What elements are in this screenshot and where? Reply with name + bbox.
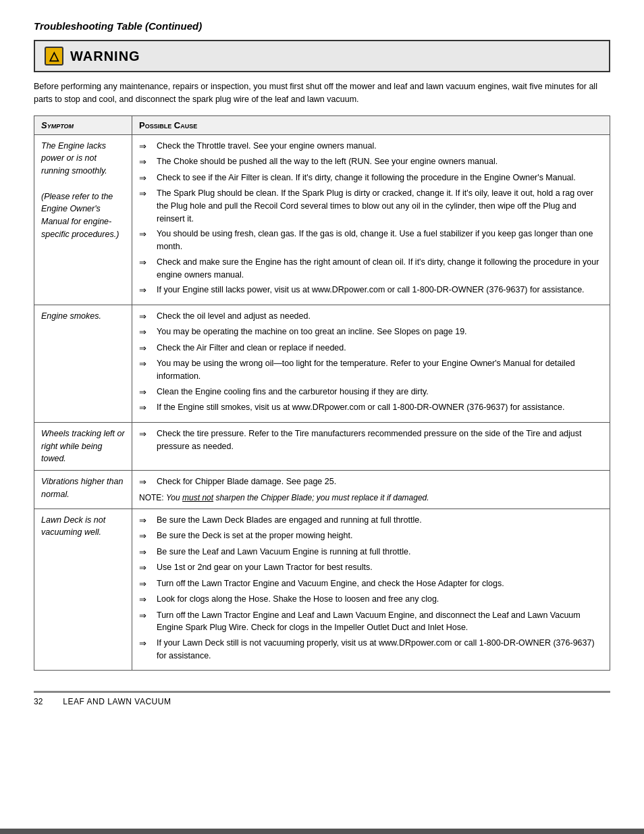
table-row: The Engine lacks power or is not running…: [34, 134, 610, 305]
symptom-vibrations: Vibrations higher than normal.: [34, 471, 132, 509]
symptom-lawn-deck: Lawn Deck is not vacuuming well.: [34, 509, 132, 670]
symptom-engine-power: The Engine lacks power or is not running…: [34, 134, 132, 305]
warning-icon: △: [45, 47, 63, 66]
footer: 32 LEAF and LAWN VACUUM: [34, 691, 610, 706]
causes-engine-smokes: ⇒Check the oil level and adjust as neede…: [132, 305, 610, 422]
causes-vibrations: ⇒Check for Chipper Blade damage. See pag…: [132, 471, 610, 509]
warning-text: Before performing any maintenance, repai…: [34, 80, 610, 106]
footer-title: LEAF and LAWN VACUUM: [63, 697, 171, 706]
vibrations-note: NOTE: You must not sharpen the Chipper B…: [139, 492, 603, 504]
col-header-symptom: Symptom: [34, 115, 132, 134]
table-row: Engine smokes. ⇒Check the oil level and …: [34, 305, 610, 422]
table-row: Vibrations higher than normal. ⇒Check fo…: [34, 471, 610, 509]
warning-box: △ WARNING: [34, 40, 610, 72]
table-row: Lawn Deck is not vacuuming well. ⇒Be sur…: [34, 509, 610, 670]
troubleshoot-table: Symptom Possible Cause The Engine lacks …: [34, 115, 610, 671]
table-row: Wheels tracking left or right while bein…: [34, 422, 610, 470]
warning-label: WARNING: [70, 49, 140, 64]
causes-engine-power: ⇒Check the Throttle travel. See your eng…: [132, 134, 610, 305]
page-title: Troubleshooting Table (Continued): [34, 20, 610, 32]
col-header-cause: Possible Cause: [132, 115, 610, 134]
causes-wheels: ⇒Check the tire pressure. Refer to the T…: [132, 422, 610, 470]
footer-page-number: 32: [34, 697, 43, 706]
causes-lawn-deck: ⇒Be sure the Lawn Deck Blades are engage…: [132, 509, 610, 670]
symptom-wheels: Wheels tracking left or right while bein…: [34, 422, 132, 470]
bottom-bar: [0, 829, 644, 834]
symptom-engine-smokes: Engine smokes.: [34, 305, 132, 422]
